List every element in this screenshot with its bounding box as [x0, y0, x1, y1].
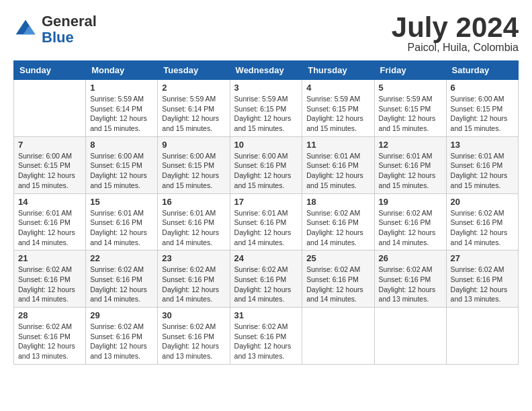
day-info: Sunrise: 6:02 AMSunset: 6:16 PMDaylight:… — [90, 265, 153, 304]
page-header: General Blue July 2024 Paicol, Huila, Co… — [13, 13, 519, 54]
day-info: Sunrise: 6:02 AMSunset: 6:16 PMDaylight:… — [18, 322, 81, 361]
day-number: 4 — [306, 83, 369, 93]
calendar-cell: 5Sunrise: 5:59 AMSunset: 6:15 PMDaylight… — [374, 80, 446, 137]
day-info: Sunrise: 5:59 AMSunset: 6:15 PMDaylight:… — [306, 94, 369, 134]
day-info: Sunrise: 6:02 AMSunset: 6:16 PMDaylight:… — [451, 208, 514, 248]
weekday-header: Monday — [86, 61, 158, 80]
logo-blue: Blue — [42, 29, 74, 46]
calendar-cell: 28Sunrise: 6:02 AMSunset: 6:16 PMDayligh… — [14, 308, 86, 365]
logo: General Blue — [13, 13, 97, 46]
calendar-cell: 14Sunrise: 6:01 AMSunset: 6:16 PMDayligh… — [14, 193, 86, 250]
calendar-cell: 27Sunrise: 6:02 AMSunset: 6:16 PMDayligh… — [446, 250, 518, 308]
calendar-cell — [374, 308, 446, 365]
day-info: Sunrise: 6:00 AMSunset: 6:16 PMDaylight:… — [234, 151, 298, 191]
day-number: 2 — [162, 83, 225, 93]
day-info: Sunrise: 6:00 AMSunset: 6:15 PMDaylight:… — [18, 151, 81, 191]
day-number: 7 — [18, 140, 81, 150]
logo-general: General — [42, 13, 97, 30]
calendar-cell: 18Sunrise: 6:02 AMSunset: 6:16 PMDayligh… — [302, 193, 374, 250]
day-number: 17 — [234, 197, 298, 207]
calendar-cell — [446, 308, 518, 365]
day-info: Sunrise: 6:01 AMSunset: 6:16 PMDaylight:… — [234, 208, 298, 248]
calendar-cell: 2Sunrise: 5:59 AMSunset: 6:14 PMDaylight… — [158, 80, 230, 137]
day-info: Sunrise: 6:00 AMSunset: 6:15 PMDaylight:… — [451, 94, 514, 134]
day-number: 27 — [451, 253, 514, 263]
day-info: Sunrise: 6:02 AMSunset: 6:16 PMDaylight:… — [162, 265, 225, 304]
day-number: 14 — [18, 197, 81, 207]
day-info: Sunrise: 6:00 AMSunset: 6:15 PMDaylight:… — [90, 151, 153, 191]
logo-text: General Blue — [42, 13, 97, 46]
calendar-cell: 20Sunrise: 6:02 AMSunset: 6:16 PMDayligh… — [446, 193, 518, 250]
weekday-header: Wednesday — [230, 61, 302, 80]
day-info: Sunrise: 6:02 AMSunset: 6:16 PMDaylight:… — [306, 208, 369, 248]
day-info: Sunrise: 6:02 AMSunset: 6:16 PMDaylight:… — [162, 322, 225, 361]
day-info: Sunrise: 6:02 AMSunset: 6:16 PMDaylight:… — [18, 265, 81, 304]
day-number: 18 — [306, 197, 369, 207]
calendar-cell: 25Sunrise: 6:02 AMSunset: 6:16 PMDayligh… — [302, 250, 374, 308]
day-number: 25 — [306, 253, 369, 263]
weekday-header: Friday — [374, 61, 446, 80]
calendar-table: SundayMondayTuesdayWednesdayThursdayFrid… — [13, 60, 519, 365]
calendar-cell: 1Sunrise: 5:59 AMSunset: 6:14 PMDaylight… — [86, 80, 158, 137]
day-number: 15 — [90, 197, 153, 207]
day-info: Sunrise: 6:01 AMSunset: 6:16 PMDaylight:… — [18, 208, 81, 248]
day-info: Sunrise: 6:01 AMSunset: 6:16 PMDaylight:… — [162, 208, 225, 248]
calendar-cell: 21Sunrise: 6:02 AMSunset: 6:16 PMDayligh… — [14, 250, 86, 308]
calendar-cell: 24Sunrise: 6:02 AMSunset: 6:16 PMDayligh… — [230, 250, 302, 308]
day-number: 28 — [18, 310, 81, 320]
day-info: Sunrise: 6:01 AMSunset: 6:16 PMDaylight:… — [90, 208, 153, 248]
day-number: 11 — [306, 140, 369, 150]
day-number: 6 — [451, 83, 514, 93]
calendar-cell: 3Sunrise: 5:59 AMSunset: 6:15 PMDaylight… — [230, 80, 302, 137]
location-subtitle: Paicol, Huila, Colombia — [392, 42, 519, 54]
calendar-cell — [14, 80, 86, 137]
page-title: July 2024 — [392, 13, 519, 42]
day-number: 19 — [379, 197, 442, 207]
day-number: 23 — [162, 253, 225, 263]
day-info: Sunrise: 5:59 AMSunset: 6:15 PMDaylight:… — [234, 94, 298, 134]
day-number: 12 — [379, 140, 442, 150]
title-block: July 2024 Paicol, Huila, Colombia — [392, 13, 519, 54]
day-number: 22 — [90, 253, 153, 263]
calendar-cell: 16Sunrise: 6:01 AMSunset: 6:16 PMDayligh… — [158, 193, 230, 250]
day-info: Sunrise: 6:00 AMSunset: 6:15 PMDaylight:… — [162, 151, 225, 191]
day-number: 26 — [379, 253, 442, 263]
day-info: Sunrise: 6:02 AMSunset: 6:16 PMDaylight:… — [451, 265, 514, 304]
calendar-cell: 6Sunrise: 6:00 AMSunset: 6:15 PMDaylight… — [446, 80, 518, 137]
calendar-cell — [302, 308, 374, 365]
weekday-header: Saturday — [446, 61, 518, 80]
day-number: 16 — [162, 197, 225, 207]
day-info: Sunrise: 6:02 AMSunset: 6:16 PMDaylight:… — [379, 265, 442, 304]
calendar-week-row: 14Sunrise: 6:01 AMSunset: 6:16 PMDayligh… — [14, 193, 519, 250]
calendar-week-row: 7Sunrise: 6:00 AMSunset: 6:15 PMDaylight… — [14, 136, 519, 193]
calendar-header-row: SundayMondayTuesdayWednesdayThursdayFrid… — [14, 61, 519, 80]
calendar-cell: 29Sunrise: 6:02 AMSunset: 6:16 PMDayligh… — [86, 308, 158, 365]
calendar-cell: 9Sunrise: 6:00 AMSunset: 6:15 PMDaylight… — [158, 136, 230, 193]
calendar-cell: 23Sunrise: 6:02 AMSunset: 6:16 PMDayligh… — [158, 250, 230, 308]
day-number: 30 — [162, 310, 225, 320]
day-number: 29 — [90, 310, 153, 320]
calendar-cell: 22Sunrise: 6:02 AMSunset: 6:16 PMDayligh… — [86, 250, 158, 308]
day-info: Sunrise: 6:02 AMSunset: 6:16 PMDaylight:… — [234, 322, 298, 361]
calendar-week-row: 1Sunrise: 5:59 AMSunset: 6:14 PMDaylight… — [14, 80, 519, 137]
calendar-cell: 8Sunrise: 6:00 AMSunset: 6:15 PMDaylight… — [86, 136, 158, 193]
day-number: 5 — [379, 83, 442, 93]
day-number: 21 — [18, 253, 81, 263]
calendar-cell: 4Sunrise: 5:59 AMSunset: 6:15 PMDaylight… — [302, 80, 374, 137]
logo-icon — [13, 17, 38, 42]
day-info: Sunrise: 5:59 AMSunset: 6:14 PMDaylight:… — [90, 94, 153, 134]
calendar-cell: 13Sunrise: 6:01 AMSunset: 6:16 PMDayligh… — [446, 136, 518, 193]
day-number: 9 — [162, 140, 225, 150]
day-number: 1 — [90, 83, 153, 93]
day-number: 3 — [234, 83, 298, 93]
day-info: Sunrise: 6:02 AMSunset: 6:16 PMDaylight:… — [90, 322, 153, 361]
weekday-header: Tuesday — [158, 61, 230, 80]
calendar-week-row: 28Sunrise: 6:02 AMSunset: 6:16 PMDayligh… — [14, 308, 519, 365]
weekday-header: Thursday — [302, 61, 374, 80]
calendar-cell: 12Sunrise: 6:01 AMSunset: 6:16 PMDayligh… — [374, 136, 446, 193]
day-info: Sunrise: 6:02 AMSunset: 6:16 PMDaylight:… — [306, 265, 369, 304]
calendar-cell: 15Sunrise: 6:01 AMSunset: 6:16 PMDayligh… — [86, 193, 158, 250]
calendar-cell: 17Sunrise: 6:01 AMSunset: 6:16 PMDayligh… — [230, 193, 302, 250]
calendar-cell: 11Sunrise: 6:01 AMSunset: 6:16 PMDayligh… — [302, 136, 374, 193]
day-info: Sunrise: 5:59 AMSunset: 6:15 PMDaylight:… — [379, 94, 442, 134]
